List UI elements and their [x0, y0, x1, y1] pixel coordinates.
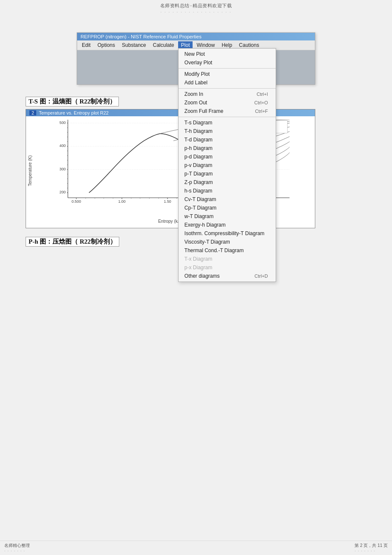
menu-thermal-diagram[interactable]: Thermal Cond.-T Diagram — [179, 246, 276, 255]
menu-edit[interactable]: Edit — [79, 41, 94, 49]
svg-text:1.50: 1.50 — [164, 199, 171, 204]
footer-right: 第 2 页，共 11 页 · · · · · · · — [355, 543, 388, 553]
menu-other-diagrams[interactable]: Other diagrams Ctrl+D — [179, 272, 276, 280]
menu-pt-diagram[interactable]: p-T Diagram — [179, 170, 276, 178]
footer: 名师精心整理 · · · · · · · 第 2 页，共 11 页 · · · … — [0, 541, 392, 555]
menu-ph-diagram[interactable]: p-h Diagram — [179, 144, 276, 152]
menu-add-label[interactable]: Add Label — [179, 78, 276, 87]
header-title: 名师资料总结··精品资料欢迎下载 — [0, 0, 392, 10]
menu-pd-diagram[interactable]: p-d Diagram — [179, 152, 276, 161]
svg-text:200: 200 — [59, 190, 66, 194]
refprop-menubar: Edit Options Substance Calculate Plot Ne… — [77, 40, 315, 50]
menu-td-diagram[interactable]: T-d Diagram — [179, 135, 276, 144]
plot-dropdown-menu: New Plot Overlay Plot Modify Plot Add La… — [178, 48, 276, 282]
refprop-titlebar: REFPROP (nitrogen) - NIST Reference Flui… — [77, 33, 315, 40]
footer-right-dots: · · · · · · · — [355, 549, 388, 553]
menu-hs-diagram[interactable]: h-s Diagram — [179, 187, 276, 195]
ts-chart-num: 2 — [29, 110, 36, 115]
menu-options[interactable]: Options — [95, 41, 118, 49]
menu-zp-diagram[interactable]: Z-p Diagram — [179, 178, 276, 187]
menu-exergy-diagram[interactable]: Exergy-h Diagram — [179, 221, 276, 229]
menu-cpt-diagram[interactable]: Cp-T Diagram — [179, 204, 276, 212]
menu-th-diagram[interactable]: T-h Diagram — [179, 127, 276, 135]
menu-cvt-diagram[interactable]: Cv-T Diagram — [179, 195, 276, 204]
menu-px-diagram[interactable]: p-x Diagram — [179, 263, 276, 272]
menu-calculate[interactable]: Calculate — [150, 41, 177, 49]
menu-wt-diagram[interactable]: w-T Diagram — [179, 212, 276, 221]
menu-zoom-full[interactable]: Zoom Full Frame Ctrl+F — [179, 107, 276, 115]
separator-3 — [179, 117, 276, 117]
footer-right-text: 第 2 页，共 11 页 — [355, 543, 388, 549]
menu-isothrm-diagram[interactable]: Isothrm. Compressibility-T Diagram — [179, 229, 276, 238]
footer-left-dots: · · · · · · · — [4, 549, 30, 553]
svg-text:500: 500 — [59, 121, 66, 125]
ts-chart-title: Temperature vs. Entropy plot R22 — [39, 110, 109, 115]
header-dots: · · · · · · · · · · · · · · · · · · — [0, 10, 392, 14]
svg-text:300: 300 — [59, 167, 66, 171]
svg-text:0.500: 0.500 — [72, 199, 81, 204]
menu-viscosity-diagram[interactable]: Viscosity-T Diagram — [179, 238, 276, 246]
menu-pv-diagram[interactable]: p-v Diagram — [179, 161, 276, 170]
footer-left: 名师精心整理 · · · · · · · — [4, 543, 30, 553]
separator-1 — [179, 68, 276, 69]
menu-new-plot[interactable]: New Plot — [179, 50, 276, 58]
svg-text:1.00: 1.00 — [118, 199, 125, 204]
menu-tx-diagram[interactable]: T-x Diagram — [179, 255, 276, 263]
separator-2 — [179, 88, 276, 89]
svg-text:400: 400 — [59, 144, 66, 148]
menu-modify-plot[interactable]: Modify Plot — [179, 70, 276, 78]
menu-plot-wrapper: Plot New Plot Overlay Plot Modify Plot — [178, 42, 193, 48]
menu-zoom-out[interactable]: Zoom Out Ctrl+O — [179, 98, 276, 107]
menu-substance[interactable]: Substance — [119, 41, 149, 49]
menu-zoom-in[interactable]: Zoom In Ctrl+I — [179, 90, 276, 98]
menu-overlay-plot[interactable]: Overlay Plot — [179, 58, 276, 67]
refprop-window: REFPROP (nitrogen) - NIST Reference Flui… — [77, 32, 315, 85]
footer-left-text: 名师精心整理 — [4, 543, 30, 549]
ts-y-axis-label: Temperature (K) — [26, 116, 34, 225]
menu-ts-diagram[interactable]: T-s Diagram — [179, 118, 276, 127]
